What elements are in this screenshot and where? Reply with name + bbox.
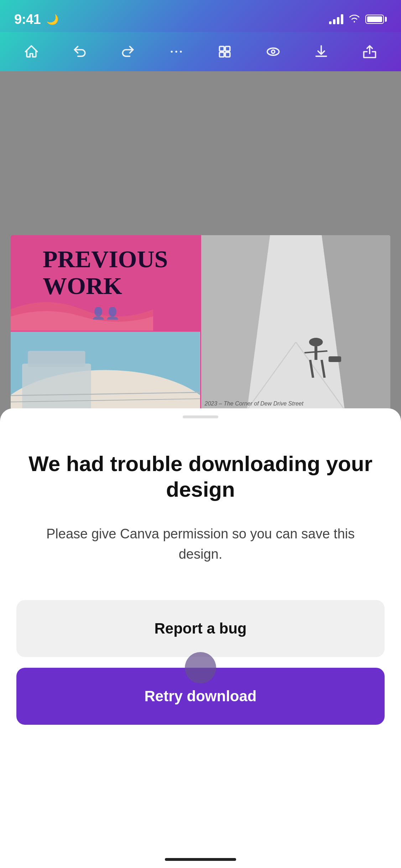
- photo-caption: 2023 – The Corner of Dew Drive Street: [205, 401, 303, 407]
- design-title-panel: PREVIOUS WORK 👤👤: [11, 235, 200, 331]
- battery-icon: [365, 15, 387, 24]
- retry-download-button[interactable]: Retry download: [16, 668, 385, 725]
- design-photo2: [11, 332, 200, 410]
- design-title-line1: PREVIOUS: [43, 246, 168, 273]
- svg-rect-6: [225, 52, 230, 57]
- svg-point-8: [271, 50, 275, 53]
- share-button[interactable]: [357, 39, 382, 64]
- report-bug-button[interactable]: Report a bug: [16, 600, 385, 657]
- download-button[interactable]: [309, 39, 334, 64]
- redo-button[interactable]: [115, 39, 140, 64]
- signal-icon: [329, 14, 343, 24]
- preview-button[interactable]: [261, 39, 286, 64]
- svg-point-2: [180, 51, 182, 53]
- canvas-area: PREVIOUS WORK 👤👤: [0, 71, 401, 420]
- sheet-handle: [183, 415, 218, 418]
- svg-point-0: [171, 51, 173, 53]
- svg-rect-24: [28, 351, 85, 367]
- error-description: Please give Canva permission so you can …: [16, 524, 385, 564]
- error-title: We had trouble downloading your design: [16, 451, 385, 502]
- drag-indicator: [185, 652, 216, 683]
- wifi-icon: [348, 13, 360, 26]
- svg-point-15: [309, 338, 323, 346]
- home-button[interactable]: [19, 39, 44, 64]
- status-icons: [329, 13, 387, 26]
- layers-button[interactable]: [212, 39, 237, 64]
- design-title-line2: WORK: [43, 273, 168, 299]
- svg-point-1: [175, 51, 177, 53]
- svg-point-7: [267, 48, 279, 55]
- more-button[interactable]: [164, 39, 189, 64]
- svg-rect-4: [219, 52, 224, 57]
- design-card: PREVIOUS WORK 👤👤: [11, 235, 390, 410]
- design-photo1: 2023 – The Corner of Dew Drive Street: [201, 235, 391, 410]
- svg-rect-3: [219, 46, 224, 51]
- bottom-sheet: We had trouble downloading your design P…: [0, 408, 401, 868]
- svg-rect-20: [328, 356, 341, 362]
- toolbar: [0, 32, 401, 71]
- status-bar: 9:41 🌙: [0, 0, 401, 32]
- moon-icon: 🌙: [46, 14, 59, 25]
- home-indicator: [165, 858, 236, 861]
- undo-button[interactable]: [67, 39, 92, 64]
- svg-rect-5: [225, 46, 230, 51]
- svg-rect-23: [22, 363, 91, 410]
- status-time: 9:41: [14, 12, 41, 27]
